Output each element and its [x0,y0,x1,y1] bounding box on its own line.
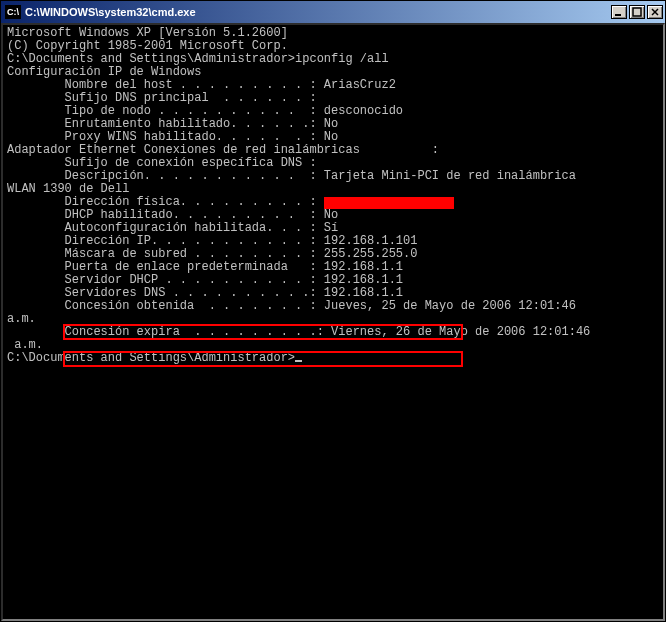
output-line: Concesión obtenida . . . . . . . : Jueve… [7,300,659,313]
mac-label: Dirección física. . . . . . . . . : [7,195,324,209]
minimize-button[interactable] [611,5,627,19]
terminal-output[interactable]: Microsoft Windows XP [Versión 5.1.2600] … [1,23,665,621]
cmd-icon: C:\ [5,5,21,19]
cmd-window: C:\ C:\WINDOWS\system32\cmd.exe Microsof… [0,0,666,622]
prompt-text: C:\Documents and Settings\Administrador> [7,351,295,365]
window-title: C:\WINDOWS\system32\cmd.exe [25,6,607,18]
close-button[interactable] [647,5,663,19]
window-controls [611,5,663,19]
titlebar[interactable]: C:\ C:\WINDOWS\system32\cmd.exe [1,1,665,23]
cursor [295,360,302,362]
mac-redacted [324,197,454,209]
maximize-button[interactable] [629,5,645,19]
prompt-line: C:\Documents and Settings\Administrador> [7,352,659,365]
svg-rect-1 [633,8,641,16]
output-line: Concesión expira . . . . . . . . .: Vier… [7,326,659,339]
svg-rect-0 [615,14,621,16]
